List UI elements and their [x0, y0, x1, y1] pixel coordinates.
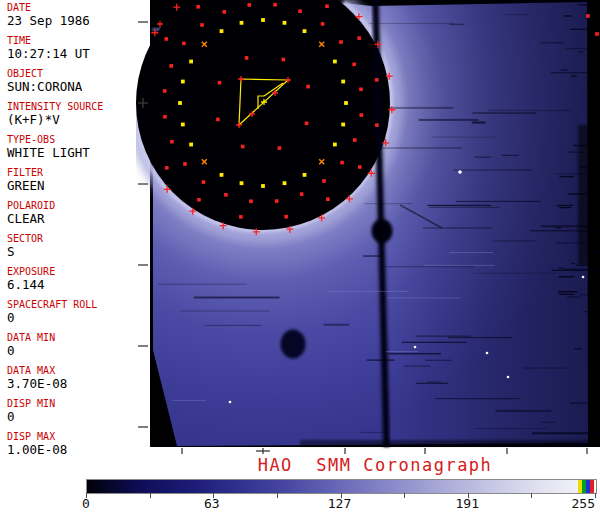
metadata-field: SPACECRAFT ROLL0: [7, 299, 149, 325]
metadata-label: SPACECRAFT ROLL: [7, 299, 149, 310]
metadata-label: DISP MIN: [7, 398, 149, 409]
colorbar-tick: [595, 493, 596, 498]
metadata-field: DATE23 Sep 1986: [7, 2, 149, 28]
metadata-label: TYPE-OBS: [7, 134, 149, 145]
metadata-value: 10:27:14 UT: [7, 46, 149, 61]
star-speck: [458, 170, 462, 174]
metadata-field: DISP MIN0: [7, 398, 149, 424]
metadata-field: DATA MAX3.70E-08: [7, 365, 149, 391]
metadata-label: OBJECT: [7, 68, 149, 79]
metadata-value: GREEN: [7, 178, 149, 193]
metadata-value: WHITE LIGHT: [7, 145, 149, 160]
pylon-blob: [372, 219, 393, 243]
metadata-field: EXPOSURE6.144: [7, 266, 149, 292]
metadata-label: DATA MAX: [7, 365, 149, 376]
dark-blob: [281, 330, 306, 359]
metadata-field: SECTORS: [7, 233, 149, 259]
metadata-value: 23 Sep 1986: [7, 13, 149, 28]
metadata-label: POLAROID: [7, 200, 149, 211]
smm-coronagraph-viewer: DATE23 Sep 1986TIME10:27:14 UTOBJECTSUN:…: [0, 0, 600, 512]
metadata-field: POLAROIDCLEAR: [7, 200, 149, 226]
metadata-label: FILTER: [7, 167, 149, 178]
star-speck: [507, 376, 510, 379]
star-speck: [486, 352, 489, 355]
metadata-label: INTENSITY SOURCE: [7, 101, 149, 112]
star-speck: [414, 346, 417, 349]
colorbar-label: 255: [572, 496, 595, 511]
metadata-field: FILTERGREEN: [7, 167, 149, 193]
colorbar-label: 63: [204, 496, 220, 511]
metadata-value: S: [7, 244, 149, 259]
metadata-value: CLEAR: [7, 211, 149, 226]
metadata-field: TYPE-OBSWHITE LIGHT: [7, 134, 149, 160]
metadata-value: 0: [7, 343, 149, 358]
colorbar-label: 0: [82, 496, 90, 511]
metadata-value: (K+F)*V: [7, 112, 149, 127]
metadata-value: 0: [7, 409, 149, 424]
right-edge: [588, 0, 600, 447]
metadata-value: 1.00E-08: [7, 442, 149, 457]
metadata-label: TIME: [7, 35, 149, 46]
coronagraph-image: [136, 0, 600, 456]
metadata-value: 6.144: [7, 277, 149, 292]
colorbar-tick: [404, 493, 405, 498]
metadata-field: TIME10:27:14 UT: [7, 35, 149, 61]
colorbar: [86, 479, 597, 494]
metadata-value: 3.70E-08: [7, 376, 149, 391]
star-speck: [582, 276, 585, 279]
metadata-field: OBJECTSUN:CORONA: [7, 68, 149, 94]
metadata-field: INTENSITY SOURCE(K+F)*V: [7, 101, 149, 127]
metadata-value: 0: [7, 310, 149, 325]
star-speck: [229, 401, 232, 404]
image-title: HAO SMM Coronagraph: [150, 455, 600, 475]
colorbar-label: 127: [328, 496, 351, 511]
colorbar-tick: [531, 493, 532, 498]
metadata-label: SECTOR: [7, 233, 149, 244]
metadata-panel: DATE23 Sep 1986TIME10:27:14 UTOBJECTSUN:…: [0, 0, 150, 455]
metadata-value: SUN:CORONA: [7, 79, 149, 94]
metadata-label: DATA MIN: [7, 332, 149, 343]
metadata-label: DISP MAX: [7, 431, 149, 442]
metadata-label: DATE: [7, 2, 149, 13]
metadata-label: EXPOSURE: [7, 266, 149, 277]
metadata-field: DATA MIN0: [7, 332, 149, 358]
colorbar-tick: [277, 493, 278, 498]
colorbar-label: 191: [456, 496, 479, 511]
colorbar-tick: [150, 493, 151, 498]
colorbar-stripe: [590, 480, 594, 493]
bottom-edge-band: [300, 440, 588, 446]
metadata-field: DISP MAX1.00E-08: [7, 431, 149, 457]
colorbar-gradient: [87, 480, 596, 493]
